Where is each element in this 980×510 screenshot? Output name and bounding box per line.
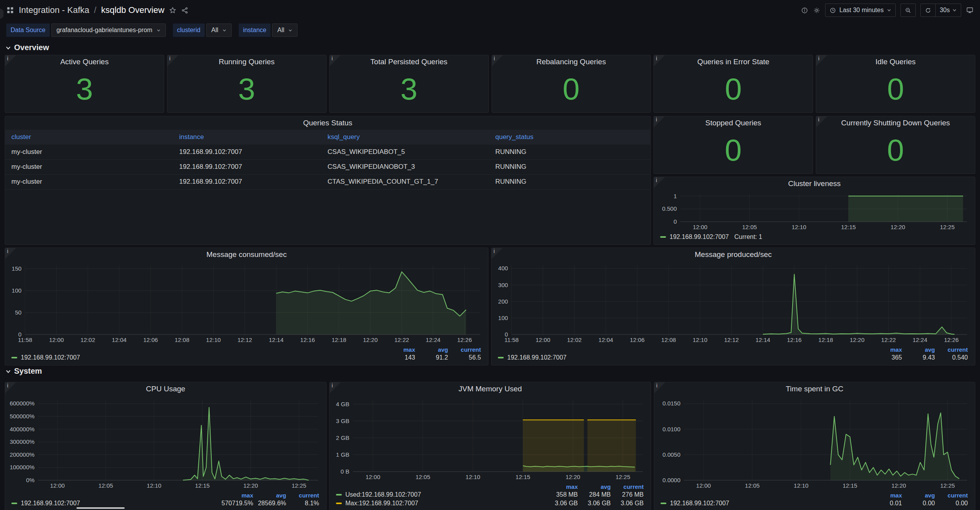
svg-text:200: 200 bbox=[498, 298, 508, 305]
legend-item[interactable]: Used:192.168.99.102:7007358 MB284 MB276 … bbox=[336, 490, 644, 499]
clusterid-dropdown[interactable]: All bbox=[206, 24, 232, 37]
panel-title[interactable]: CPU Usage bbox=[5, 382, 326, 396]
svg-text:12:00: 12:00 bbox=[696, 482, 711, 489]
panel-title[interactable]: Time spent in GC bbox=[654, 382, 975, 396]
horizontal-scrollbar-thumb[interactable] bbox=[76, 507, 125, 509]
section-system[interactable]: System bbox=[5, 367, 42, 376]
chart-plot[interactable]: 11:5812:0012:0212:0412:0612:0812:1012:12… bbox=[494, 261, 973, 345]
legend-col-avg[interactable]: avg bbox=[253, 492, 286, 499]
legend-series-name[interactable]: 192.168.99.102:7007 bbox=[21, 500, 80, 507]
apps-grid-icon[interactable] bbox=[6, 6, 14, 14]
section-overview[interactable]: Overview bbox=[5, 43, 49, 52]
svg-text:200000%: 200000% bbox=[10, 451, 34, 458]
legend-header: maxavgcurrent bbox=[11, 491, 319, 499]
panel-info-icon[interactable] bbox=[492, 248, 503, 259]
panel-title[interactable]: Message consumed/sec bbox=[5, 248, 488, 261]
panel-title[interactable]: Rebalancing Queries bbox=[492, 55, 651, 69]
legend-col-avg[interactable]: avg bbox=[578, 483, 611, 490]
chart-plot[interactable]: 12:0012:0512:1012:1512:2012:250.00000.00… bbox=[657, 396, 973, 490]
panel-info-icon[interactable] bbox=[654, 382, 665, 393]
instance-dropdown[interactable]: All bbox=[272, 24, 298, 37]
svg-text:400000%: 400000% bbox=[10, 426, 34, 432]
chart-plot[interactable]: 12:0012:0512:1012:1512:2012:250 B1 GB2 G… bbox=[332, 396, 648, 482]
legend-col-avg[interactable]: avg bbox=[902, 346, 935, 353]
chart-plot[interactable]: 12:0012:0512:1012:1512:2012:250%100000%2… bbox=[7, 396, 324, 490]
info-button[interactable] bbox=[801, 7, 808, 14]
panel-info-icon[interactable] bbox=[5, 55, 16, 66]
panel-title[interactable]: Active Queries bbox=[5, 55, 164, 69]
panel-title[interactable]: Stopped Queries bbox=[654, 116, 813, 130]
legend-series-name[interactable]: 192.168.99.102:7007 bbox=[670, 233, 729, 241]
panel-info-icon[interactable] bbox=[654, 116, 665, 127]
refresh-button[interactable] bbox=[921, 4, 935, 16]
dashboard-title[interactable]: ksqldb Overview bbox=[101, 5, 164, 15]
dashboard-settings-icon[interactable] bbox=[813, 7, 820, 14]
legend-value: 28569.6% bbox=[253, 500, 286, 507]
svg-text:12:02: 12:02 bbox=[567, 336, 582, 343]
legend-col-current[interactable]: current bbox=[286, 492, 319, 499]
panel-title[interactable]: Message produced/sec bbox=[492, 248, 975, 261]
panel-info-icon[interactable] bbox=[816, 55, 827, 66]
panel-info-icon[interactable] bbox=[5, 248, 16, 259]
legend-col-avg[interactable]: avg bbox=[415, 346, 448, 353]
legend-col-current[interactable]: current bbox=[448, 346, 481, 353]
chevron-down-icon bbox=[222, 28, 227, 33]
chart-plot[interactable]: 11:5812:0012:0212:0412:0612:0812:1012:12… bbox=[7, 261, 486, 345]
panel-title[interactable]: JVM Memory Used bbox=[330, 382, 651, 396]
legend-col-current[interactable]: current bbox=[935, 492, 968, 499]
panel-title[interactable]: Idle Queries bbox=[816, 55, 975, 69]
legend-col-max[interactable]: max bbox=[220, 492, 253, 499]
legend-col-max[interactable]: max bbox=[869, 346, 902, 353]
svg-text:0.0000: 0.0000 bbox=[662, 477, 681, 483]
legend-series-name[interactable]: 192.168.99.102:7007 bbox=[21, 354, 80, 361]
panel-info-icon[interactable] bbox=[654, 55, 665, 66]
legend-item[interactable]: Max:192.168.99.102:70073.06 GB3.06 GB3.0… bbox=[336, 499, 644, 508]
panel-title[interactable]: Running Queries bbox=[167, 55, 326, 69]
panel-info-icon[interactable] bbox=[330, 55, 341, 66]
legend-col-max[interactable]: max bbox=[382, 346, 415, 353]
legend-col-max[interactable]: max bbox=[869, 492, 902, 499]
panel-active-queries: Active Queries 3 bbox=[5, 55, 164, 113]
clock-icon bbox=[829, 7, 836, 14]
legend-item[interactable]: 192.168.99.102:7007570719.5%28569.6%8.1% bbox=[11, 499, 319, 508]
column-header-cluster[interactable]: cluster bbox=[5, 130, 173, 145]
legend-col-avg[interactable]: avg bbox=[902, 492, 935, 499]
kiosk-mode-icon[interactable] bbox=[966, 6, 974, 14]
panel-info-icon[interactable] bbox=[492, 55, 503, 66]
legend-item[interactable]: 192.168.99.102:7007Current: 1 bbox=[660, 233, 968, 241]
breadcrumb-folder[interactable]: Integration - Kafka bbox=[19, 5, 89, 15]
column-header-query-status[interactable]: query_status bbox=[489, 130, 650, 145]
legend-item[interactable]: 192.168.99.102:70070.010.000.00 bbox=[661, 499, 968, 508]
legend-series-name[interactable]: Used:192.168.99.102:7007 bbox=[345, 491, 421, 498]
panel-info-icon[interactable] bbox=[816, 116, 827, 127]
time-range-picker[interactable]: Last 30 minutes bbox=[825, 4, 896, 17]
panel-info-icon[interactable] bbox=[167, 55, 178, 66]
legend-col-current[interactable]: current bbox=[611, 483, 644, 490]
column-header-ksql-query[interactable]: ksql_query bbox=[321, 130, 489, 145]
panel-title[interactable]: Currently Shutting Down Queries bbox=[816, 116, 975, 130]
panel-info-icon[interactable] bbox=[330, 382, 341, 393]
panel-title[interactable]: Queries Status bbox=[5, 116, 650, 130]
legend-item[interactable]: 192.168.99.102:700714391.256.5 bbox=[11, 353, 481, 362]
datasource-dropdown[interactable]: grafanacloud-gabrielantunes-prom bbox=[51, 24, 166, 37]
legend-value: 143 bbox=[382, 354, 415, 361]
refresh-interval-picker[interactable]: 30s bbox=[935, 4, 961, 16]
legend-series-name[interactable]: 192.168.99.102:7007 bbox=[670, 500, 729, 507]
column-header-instance[interactable]: instance bbox=[173, 130, 321, 145]
share-icon[interactable] bbox=[181, 7, 189, 14]
panel-title[interactable]: Total Persisted Queries bbox=[330, 55, 488, 69]
legend-col-current[interactable]: current bbox=[935, 346, 968, 353]
star-icon[interactable] bbox=[169, 7, 176, 14]
svg-text:0.0100: 0.0100 bbox=[662, 426, 681, 432]
zoom-out-button[interactable] bbox=[900, 4, 916, 17]
svg-text:12:26: 12:26 bbox=[457, 336, 472, 343]
panel-title[interactable]: Queries in Error State bbox=[654, 55, 813, 69]
panel-info-icon[interactable] bbox=[654, 177, 665, 188]
legend-series-name[interactable]: Max:192.168.99.102:7007 bbox=[345, 500, 418, 507]
panel-title[interactable]: Cluster liveness bbox=[654, 177, 975, 190]
chart-plot[interactable]: 12:0012:0512:1012:1512:2012:2500.5001 bbox=[656, 190, 973, 232]
legend-item[interactable]: 192.168.99.102:70073659.430.540 bbox=[498, 353, 968, 362]
legend-series-name[interactable]: 192.168.99.102:7007 bbox=[507, 354, 566, 361]
legend-col-max[interactable]: max bbox=[545, 483, 578, 490]
panel-info-icon[interactable] bbox=[5, 382, 16, 393]
